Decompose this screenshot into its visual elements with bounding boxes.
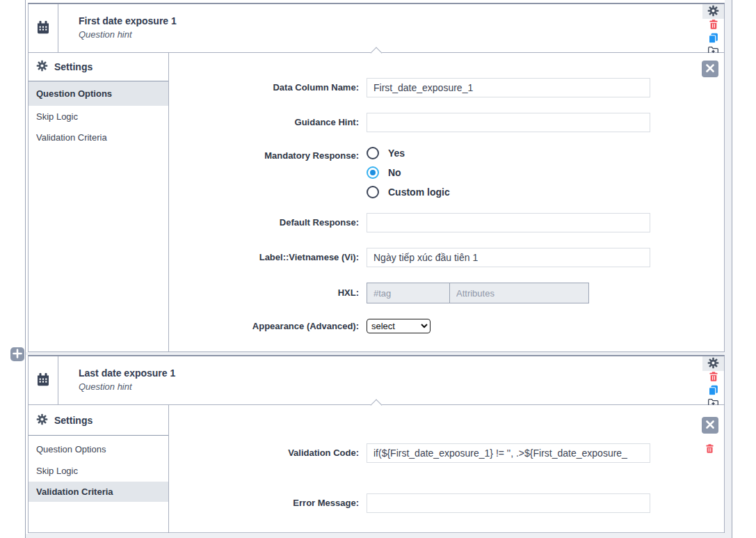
tab-label: Skip Logic [36,111,78,122]
tab-label: Question Options [36,444,106,454]
radio-circle[interactable] [367,186,379,198]
delete-question-button[interactable] [702,371,724,384]
settings-header: Settings [29,53,168,81]
gear-icon [707,357,719,371]
error-message-input[interactable] [367,493,650,513]
field-label: Label::Vietnamese (Vi): [150,248,359,267]
settings-button[interactable] [702,356,724,371]
radio-mandatory-no[interactable]: No [367,163,401,182]
close-icon [704,418,716,433]
settings-button[interactable] [702,4,724,19]
close-settings-button[interactable] [702,417,718,434]
trash-icon [705,446,715,457]
tab-label: Validation Criteria [36,132,107,143]
field-label: Data Column Name: [150,78,359,97]
field-label: Validation Code: [150,443,359,463]
card-toolbar [702,4,724,58]
tab-question-options[interactable]: Question Options [29,438,168,460]
settings-header-label: Settings [54,415,93,426]
bottom-gutter [26,534,732,538]
duplicate-question-button[interactable] [702,32,724,45]
calendar-icon [36,20,50,37]
delete-validation-button[interactable] [705,443,715,457]
hxl-attributes-input[interactable] [450,283,588,303]
question-title: Last date exposure 1 [79,367,175,379]
plus-icon [13,349,22,361]
data-column-name-input[interactable] [367,78,650,97]
tab-validation-criteria[interactable]: Validation Criteria [29,482,168,502]
tab-label: Question Options [36,88,112,99]
duplicate-question-button[interactable] [702,384,724,397]
gear-icon [36,413,48,427]
tab-skip-logic[interactable]: Skip Logic [29,106,168,127]
question-card-first-date[interactable]: First date exposure 1 Question hint [28,3,725,53]
right-gutter [725,0,732,538]
radio-mandatory-custom-logic[interactable]: Custom logic [367,182,450,202]
guidance-hint-input[interactable] [367,113,650,132]
field-label: Guidance Hint: [150,113,359,132]
question-card-last-date[interactable]: Last date exposure 1 Question hint [28,355,725,405]
tab-label: Validation Criteria [36,486,113,497]
default-response-input[interactable] [367,213,650,232]
delete-question-button[interactable] [702,19,724,32]
question-type-cell [29,4,58,52]
hxl-field [367,283,589,303]
form-container-border [732,0,732,538]
field-label: Default Response: [150,213,359,232]
radio-mandatory-yes[interactable]: Yes [367,143,405,163]
field-label: HXL: [150,283,359,303]
settings-panel-last-date: Settings Question Options Skip Logic Val… [28,405,725,533]
close-settings-button[interactable] [702,61,718,77]
settings-header-label: Settings [54,61,93,72]
sidebar-divider [168,53,169,351]
sidebar-divider [168,405,169,532]
label-vietnamese-input[interactable] [367,248,650,267]
close-icon [704,62,716,77]
field-label: Error Message: [150,493,359,513]
form-builder-canvas: First date exposure 1 Question hint Sett… [0,0,756,538]
form-spine-line [25,0,26,538]
tab-label: Skip Logic [36,466,78,476]
question-type-cell [29,356,58,404]
gear-icon [36,60,48,74]
tab-skip-logic[interactable]: Skip Logic [29,460,168,482]
gear-icon [707,5,719,19]
hxl-tag-input[interactable] [367,283,450,303]
radio-label: Custom logic [388,187,450,198]
tab-validation-criteria[interactable]: Validation Criteria [29,127,168,148]
settings-header: Settings [29,405,168,436]
add-question-button[interactable] [10,347,24,361]
validation-code-input[interactable] [367,443,650,463]
radio-label: No [388,167,401,178]
radio-circle-selected[interactable] [367,166,379,179]
field-label: Appearance (Advanced): [150,317,359,336]
card-toolbar [702,356,724,411]
question-title: First date exposure 1 [79,15,177,26]
settings-panel-first-date: Settings Question Options Skip Logic Val… [28,53,725,352]
calendar-icon [36,372,50,389]
appearance-select[interactable]: select [367,319,431,333]
tab-question-options[interactable]: Question Options [29,81,168,106]
question-hint: Question hint [79,381,132,392]
radio-label: Yes [388,148,405,159]
question-hint: Question hint [79,29,132,40]
radio-circle[interactable] [367,147,379,159]
field-label: Mandatory Response: [150,146,359,166]
